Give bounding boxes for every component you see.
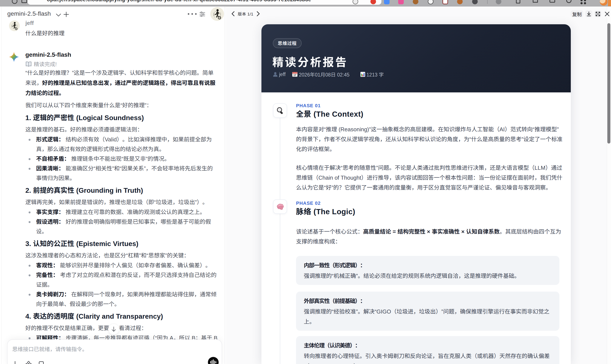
svg-text:17: 17 [293, 74, 296, 77]
